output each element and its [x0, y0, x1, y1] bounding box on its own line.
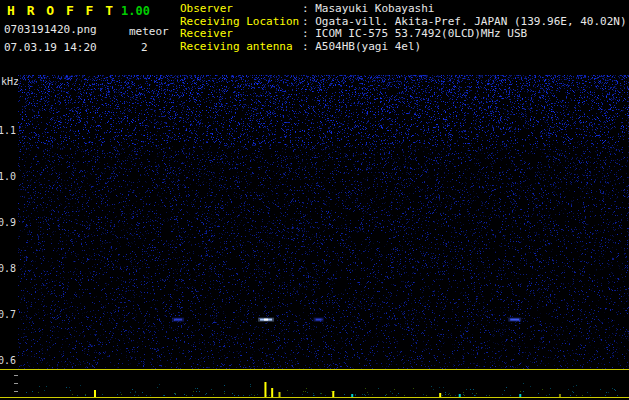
output-filename: 0703191420.png: [4, 23, 97, 36]
timestamp: 07.03.19 14:20: [4, 41, 97, 54]
meteor-count: 2: [141, 41, 148, 54]
mode-label: meteor: [129, 25, 169, 38]
info-label: Observer: [180, 3, 302, 16]
spectrogram-canvas: [18, 75, 629, 369]
separator-line: [0, 369, 629, 370]
level-strip-tick: [14, 383, 18, 384]
level-strip-tick: [14, 391, 18, 392]
info-value: : A504HB(yagi 4el): [302, 41, 421, 54]
info-label: Receiving antenna: [180, 41, 302, 54]
y-axis-tick-label: 0.9: [0, 217, 16, 228]
separator-line: [0, 397, 629, 398]
info-label: Receiver: [180, 28, 302, 41]
station-info: Observer : Masayuki Kobayashi Receiving …: [180, 3, 627, 53]
y-axis-tick-labels: 1.11.00.90.80.70.6: [0, 0, 17, 400]
info-row-observer: Observer : Masayuki Kobayashi: [180, 3, 627, 16]
hrofft-window: H R O F F T 1.00 0703191420.png meteor 0…: [0, 0, 629, 400]
app-title: H R O F F T: [7, 3, 115, 18]
info-value: : ICOM IC-575 53.7492(0LCD)MHz USB: [302, 28, 527, 41]
level-strip-tick: [14, 375, 18, 376]
y-axis-tick-label: 0.7: [0, 309, 16, 320]
y-axis-tick-label: 0.6: [0, 355, 16, 366]
info-value: : Masayuki Kobayashi: [302, 3, 434, 16]
y-axis-tick-label: 0.8: [0, 263, 16, 274]
y-axis-tick-label: 1.1: [0, 125, 16, 136]
info-row-receiver: Receiver : ICOM IC-575 53.7492(0LCD)MHz …: [180, 28, 627, 41]
info-row-receiving-antenna: Receiving antenna : A504HB(yagi 4el): [180, 41, 627, 54]
app-version: 1.00: [121, 4, 150, 18]
signal-level-strip-canvas: [18, 371, 629, 397]
y-axis-tick-label: 1.0: [0, 171, 16, 182]
